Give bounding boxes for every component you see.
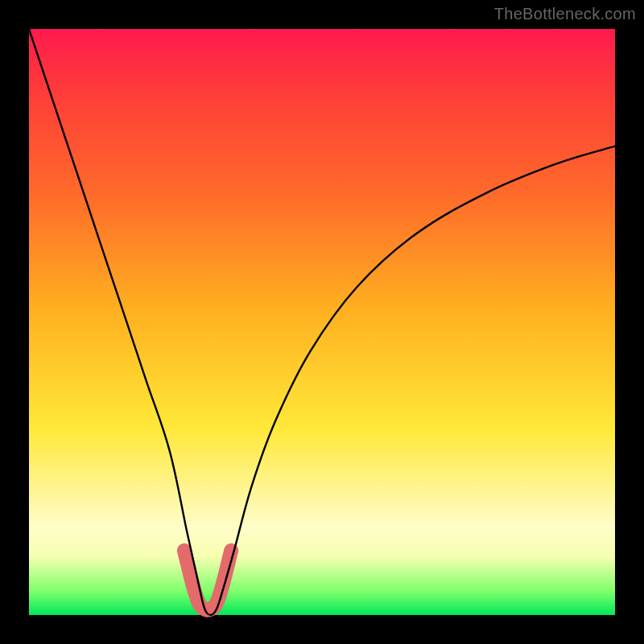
bottleneck-curve-path [29, 29, 615, 615]
plot-area [29, 29, 615, 615]
watermark-label: TheBottleneck.com [494, 5, 636, 23]
min-highlight-path [184, 551, 231, 610]
chart-svg [29, 29, 615, 615]
outer-frame: TheBottleneck.com [0, 0, 644, 644]
